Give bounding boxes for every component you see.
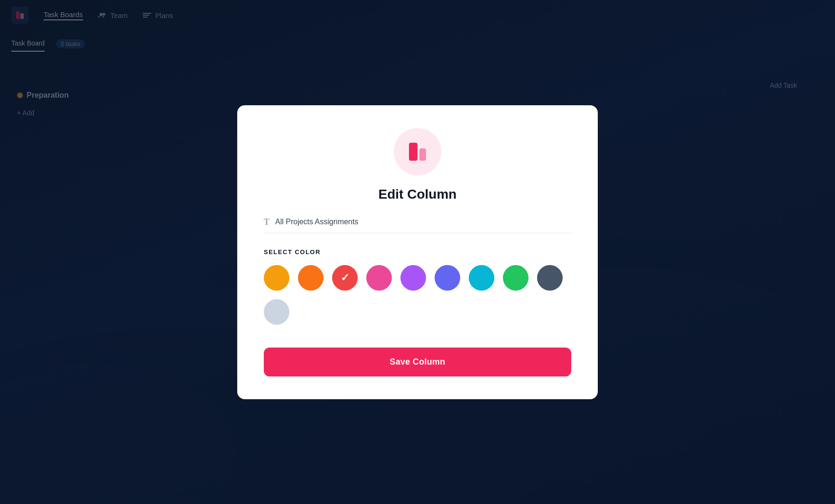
- color-swatch-pink[interactable]: [366, 265, 392, 291]
- color-swatch-light[interactable]: [264, 299, 289, 325]
- modal-overlay[interactable]: Edit Column T SELECT COLOR: [0, 0, 835, 504]
- color-swatch-indigo[interactable]: [435, 265, 460, 291]
- color-swatch-orange[interactable]: [298, 265, 324, 291]
- edit-column-modal: Edit Column T SELECT COLOR: [237, 105, 598, 399]
- column-name-field-row: T: [264, 217, 571, 233]
- column-name-input[interactable]: [275, 218, 571, 226]
- modal-icon-circle: [394, 128, 441, 175]
- save-column-button[interactable]: Save Column: [264, 348, 571, 376]
- color-picker: [264, 265, 571, 325]
- modal-logo: [409, 143, 426, 161]
- logo-bar-2: [419, 148, 426, 161]
- color-swatch-cyan[interactable]: [469, 265, 494, 291]
- color-swatch-purple[interactable]: [400, 265, 426, 291]
- color-swatch-yellow[interactable]: [264, 265, 289, 291]
- color-swatch-red[interactable]: [332, 265, 358, 291]
- logo-bar-1: [409, 143, 418, 161]
- modal-title: Edit Column: [379, 187, 457, 202]
- select-color-label: SELECT COLOR: [264, 248, 571, 256]
- text-icon: T: [264, 217, 269, 227]
- color-swatch-slate[interactable]: [537, 265, 563, 291]
- color-swatch-green[interactable]: [503, 265, 529, 291]
